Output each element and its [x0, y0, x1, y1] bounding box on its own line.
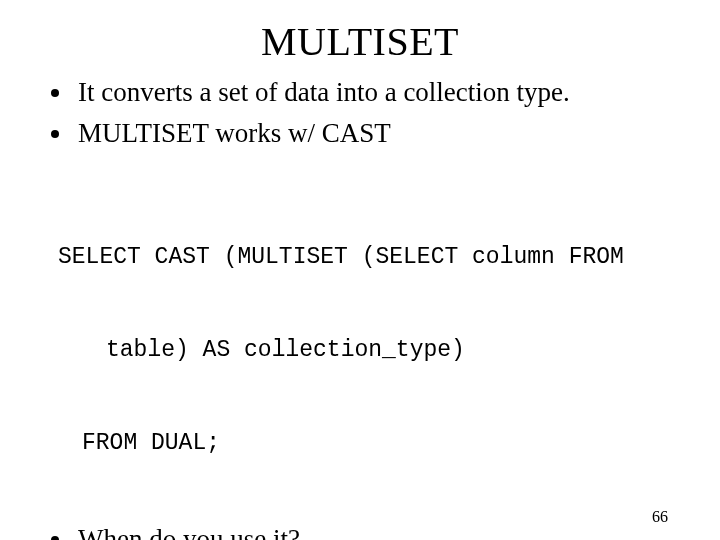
- slide: MULTISET It converts a set of data into …: [0, 0, 720, 540]
- code-line: FROM DUAL;: [58, 428, 668, 459]
- code-line: table) AS collection_type): [58, 335, 668, 366]
- slide-title: MULTISET: [52, 18, 668, 65]
- code-block: SELECT CAST (MULTISET (SELECT column FRO…: [52, 180, 668, 522]
- code-line: SELECT CAST (MULTISET (SELECT column FRO…: [58, 242, 668, 273]
- page-number: 66: [652, 508, 668, 526]
- bullet-item: It converts a set of data into a collect…: [74, 75, 668, 110]
- bullet-item: MULTISET works w/ CAST: [74, 116, 668, 151]
- bullet-list-bottom: When do you use it?: [74, 522, 668, 540]
- bullet-list-top: It converts a set of data into a collect…: [74, 75, 668, 150]
- bullet-item: When do you use it?: [74, 522, 668, 540]
